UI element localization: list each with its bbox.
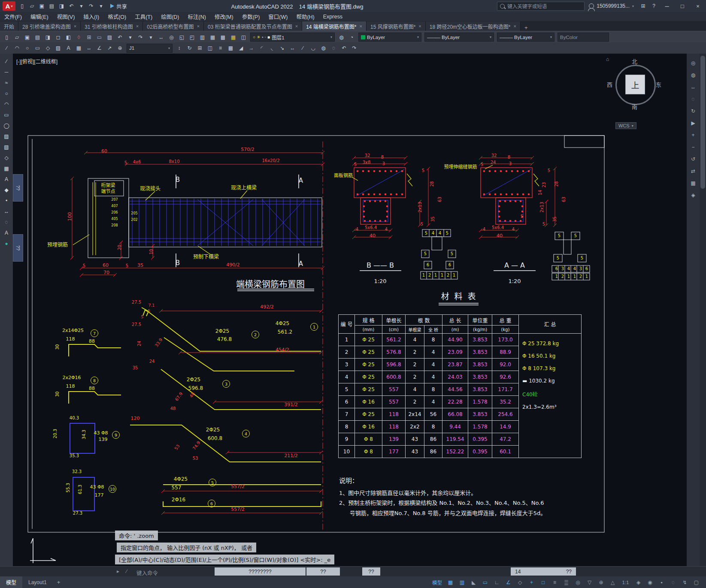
document-tab[interactable]: 31 引桥墩桩柱构造图× [81, 21, 143, 31]
rectangle-button[interactable]: ▭ [2, 111, 11, 119]
publish-button[interactable]: ◧ [64, 33, 73, 42]
measure-button[interactable]: ↔ [2, 207, 11, 215]
undo-button[interactable]: ↶ [67, 1, 76, 11]
document-tab[interactable]: 02后高桥桥型布置图× [143, 21, 204, 31]
command-input[interactable]: 键入命令 [136, 569, 158, 577]
transparency-toggle[interactable]: ▒ [561, 578, 572, 587]
move-button[interactable]: ↕ [174, 44, 184, 53]
circle-button[interactable]: ○ [22, 44, 32, 53]
help-icon[interactable]: ? [649, 1, 659, 11]
viewcube-east[interactable]: 东 [656, 80, 661, 88]
grid-view-button[interactable]: ▦ [688, 179, 698, 187]
share-button[interactable]: 共享 [110, 2, 127, 10]
document-tab[interactable]: 18 跨径20m空心板边板一般构造图*× [426, 21, 521, 31]
table-button[interactable]: ▦ [74, 44, 84, 53]
open-button[interactable]: ▱ [27, 1, 37, 11]
wcs-selector[interactable]: WCS ▾ [615, 122, 636, 129]
graphics-performance-toggle[interactable]: ↯ [679, 578, 690, 587]
redo-drop-button[interactable]: ▾ [96, 1, 106, 11]
layer-previous-button[interactable]: ◔ [347, 33, 357, 42]
undo-drop-button[interactable]: ▾ [76, 1, 86, 11]
qnew-button[interactable]: ▯ [2, 33, 12, 42]
menu-item-3[interactable]: 插入(I) [79, 12, 103, 21]
gradient-button[interactable]: ▧ [2, 143, 11, 151]
steering-wheel-button[interactable]: ◍ [688, 71, 698, 79]
line-button[interactable]: ∕ [2, 44, 12, 53]
grid-display-toggle[interactable]: ▦ [445, 578, 456, 587]
docked-panel-title[interactable]: ???????? [215, 567, 306, 576]
menu-item-11[interactable]: 帮助(H) [292, 12, 318, 21]
hatch-button[interactable]: ▨ [53, 44, 63, 53]
erase-button[interactable]: ◌ [329, 44, 339, 53]
snap-mode-toggle[interactable]: ▥ [457, 578, 467, 587]
document-tab[interactable]: 14 端横梁钢筋布置图*× [302, 21, 367, 31]
close-tab-icon[interactable]: × [295, 24, 298, 29]
explode-button[interactable]: ◍ [318, 44, 328, 53]
lock-ui-toggle[interactable]: ▪ [656, 578, 667, 587]
make-object-layer-current-button[interactable]: ◍ [336, 33, 346, 42]
tool-palettes-button[interactable]: ▩ [218, 33, 228, 42]
ortho-mode-toggle[interactable]: ∟ [491, 578, 502, 587]
menu-item-0[interactable]: 文件(F) [0, 12, 26, 21]
document-tab[interactable]: 28 引桥墩盖梁构造图× [18, 21, 81, 31]
viewport-controls[interactable]: [-][俯视][二维线框] [16, 57, 58, 65]
lineweight-dropdown[interactable]: ——— ByLayer ▾ [497, 33, 554, 42]
close-tab-icon[interactable]: × [74, 24, 76, 29]
menu-item-10[interactable]: 窗口(W) [264, 12, 292, 21]
extend-button[interactable]: → [246, 44, 256, 53]
break-button[interactable]: ∕ [298, 44, 308, 53]
hatch-button[interactable]: ▨ [2, 132, 11, 140]
view-swap-button[interactable]: ⇄ [688, 167, 698, 175]
menu-item-4[interactable]: 格式(O) [103, 12, 130, 21]
menu-item-7[interactable]: 标注(N) [184, 12, 210, 21]
save-as-button[interactable]: ▤ [47, 1, 57, 11]
new-layout-button[interactable]: + [53, 579, 65, 585]
layer-states-button[interactable]: ◫ [239, 33, 248, 42]
properties-button[interactable]: ▥ [197, 33, 207, 42]
menu-item-1[interactable]: 编辑(E) [26, 12, 53, 21]
menu-item-6[interactable]: 绘图(D) [157, 12, 183, 21]
join-button[interactable]: ◡ [308, 44, 318, 53]
menu-item-8[interactable]: 修改(M) [210, 12, 238, 21]
app-menu-button[interactable]: A ▾ [3, 1, 15, 11]
menu-item-12[interactable]: Express [319, 13, 347, 20]
paste-button[interactable]: ▭ [94, 33, 104, 42]
chamfer-button[interactable]: ◟ [267, 44, 277, 53]
scrollbar-thumb[interactable] [700, 56, 705, 189]
design-center-button[interactable]: ▦ [208, 33, 218, 42]
pan-button[interactable]: ↔ [156, 33, 166, 42]
array-button[interactable]: ▩ [226, 44, 236, 53]
qnew-button[interactable]: ▯ [17, 1, 27, 11]
erase-button[interactable]: ◌ [2, 218, 11, 226]
close-tab-icon[interactable]: × [197, 24, 200, 29]
selection-filter-toggle[interactable]: ▽ [584, 578, 595, 587]
text-button[interactable]: A [64, 44, 73, 53]
table-button[interactable]: ▦ [2, 164, 11, 172]
linetype-dropdown[interactable]: ——— ByLayer ▾ [424, 33, 494, 42]
docked-panel-title[interactable]: ?? [306, 567, 340, 576]
palette-tab[interactable]: ?? [13, 234, 23, 262]
offset-button[interactable]: ≡ [215, 44, 225, 53]
stretch-button[interactable]: ↔ [288, 44, 297, 53]
document-tab[interactable]: 03 桁架梁普通钢筋配置及节点布置图× [204, 21, 302, 31]
plot-button[interactable]: ◨ [43, 33, 53, 42]
plot-button[interactable]: ◨ [57, 1, 67, 11]
dynamic-input-toggle[interactable]: ▭ [480, 578, 491, 587]
pan-hand-button[interactable]: ↔ [688, 83, 698, 91]
zoom-out-button[interactable]: − [688, 143, 698, 151]
polar-tracking-toggle[interactable]: ∠ [503, 578, 514, 587]
dim-angular-button[interactable]: ∠ [94, 44, 104, 53]
close-tab-icon[interactable]: × [418, 24, 421, 29]
minimize-button[interactable]: ─ [660, 0, 674, 12]
zoom-in-button[interactable]: + [688, 131, 698, 139]
gizmo-toggle[interactable]: ⊕ [596, 578, 606, 587]
redo-2-button[interactable]: ↷ [349, 44, 359, 53]
text-style-button[interactable]: A [2, 229, 11, 237]
layer-properties-button[interactable]: ▦ [228, 33, 238, 42]
document-tab[interactable]: 开始 [0, 21, 18, 31]
plotstyle-dropdown[interactable]: ByColor [558, 33, 609, 42]
leader-button[interactable]: ↗ [105, 44, 115, 53]
undo-drop-button[interactable]: ▾ [125, 33, 135, 42]
app-store-icon[interactable]: ⊞ [638, 1, 648, 11]
undo-button[interactable]: ↶ [115, 33, 125, 42]
